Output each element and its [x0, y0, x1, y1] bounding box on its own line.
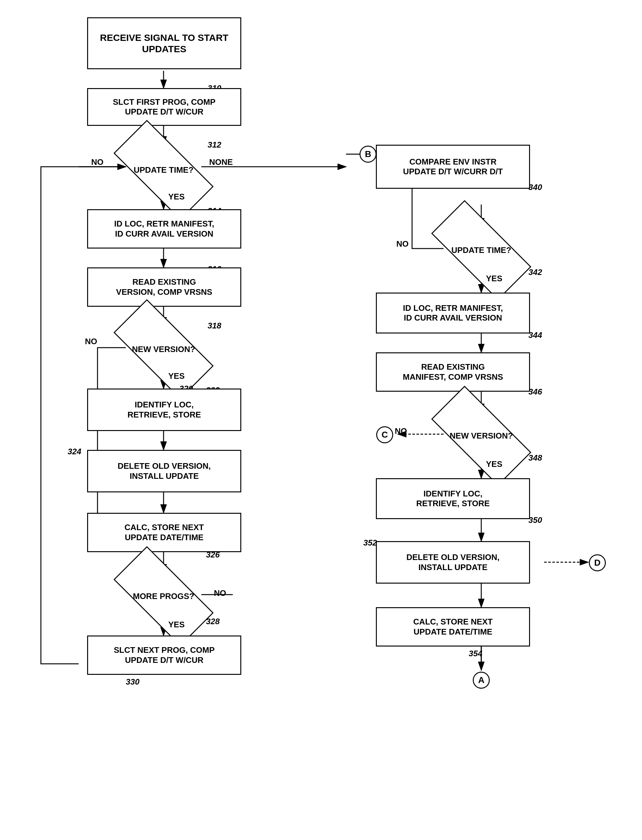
- box-calc-left: CALC, STORE NEXTUPDATE DATE/TIME: [87, 513, 241, 552]
- yes-label-318: YES: [168, 371, 185, 381]
- yes-label-328: YES: [168, 620, 185, 629]
- box-calc-right: CALC, STORE NEXTUPDATE DATE/TIME: [376, 607, 530, 647]
- no-label-348: NO: [395, 426, 407, 436]
- diamond-348: NEW VERSION?: [434, 412, 529, 459]
- diamond-328: MORE PROGS?: [117, 572, 211, 620]
- label-330: 330: [126, 677, 139, 687]
- flowchart-diagram: RECEIVE SIGNAL TO START UPDATES 310 SLCT…: [0, 0, 642, 840]
- box-350: IDENTIFY LOC,RETRIEVE, STORE: [376, 478, 530, 519]
- label-344: 344: [529, 330, 542, 340]
- box-314: ID LOC, RETR MANIFEST,ID CURR AVAIL VERS…: [87, 209, 241, 248]
- no-label-328: NO: [214, 588, 226, 598]
- label-348: 348: [529, 453, 542, 463]
- label-340: 340: [529, 182, 542, 192]
- label-342: 342: [529, 268, 542, 277]
- no-label-342: NO: [396, 239, 409, 249]
- box-324: DELETE OLD VERSION,INSTALL UPDATE: [87, 450, 241, 492]
- box-330: SLCT NEXT PROG, COMPUPDATE D/T W/CUR: [87, 636, 241, 675]
- box-310: SLCT FIRST PROG, COMPUPDATE D/T W/CUR: [87, 88, 241, 126]
- connector-a: A: [473, 672, 490, 689]
- label-328: 328: [206, 617, 220, 626]
- label-346: 346: [529, 387, 542, 397]
- label-352-top: 352: [363, 538, 377, 548]
- box-346: READ EXISTINGMANIFEST, COMP VRSNS: [376, 352, 530, 392]
- box-340: COMPARE ENV INSTRUPDATE D/T W/CURR D/T: [376, 145, 530, 189]
- no-label-318: NO: [85, 337, 97, 346]
- label-326: 326: [206, 550, 220, 560]
- yes-label-348: YES: [486, 459, 503, 469]
- box-316: READ EXISTINGVERSION, COMP VRSNS: [87, 268, 241, 307]
- start-box: RECEIVE SIGNAL TO START UPDATES: [87, 17, 241, 69]
- yes-label-342: YES: [486, 274, 503, 284]
- box-352: DELETE OLD VERSION,INSTALL UPDATE: [376, 541, 530, 584]
- label-350: 350: [529, 515, 542, 525]
- diamond-342: UPDATE TIME?: [434, 227, 529, 274]
- diamond-318: NEW VERSION?: [117, 326, 211, 373]
- no-label-312: NO: [91, 157, 104, 167]
- none-label-312: NONE: [209, 157, 233, 167]
- diamond-312: UPDATE TIME?: [117, 146, 211, 193]
- connector-d: D: [589, 555, 606, 571]
- box-344: ID LOC, RETR MANIFEST,ID CURR AVAIL VERS…: [376, 293, 530, 334]
- connector-c: C: [376, 426, 393, 443]
- connector-b: B: [360, 146, 376, 163]
- label-324: 324: [68, 447, 81, 456]
- label-354: 354: [469, 649, 482, 658]
- box-322: IDENTIFY LOC,RETRIEVE, STORE: [87, 389, 241, 431]
- yes-label-312: YES: [168, 192, 185, 202]
